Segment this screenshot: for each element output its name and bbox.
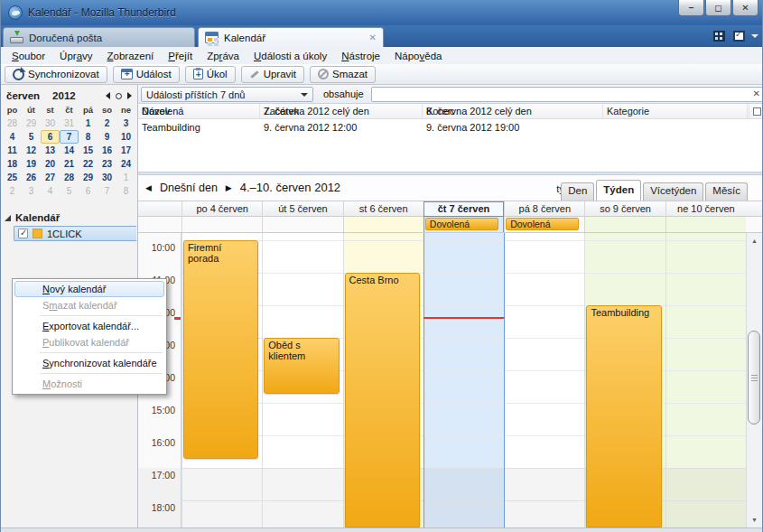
minical-day[interactable]: 3	[116, 117, 135, 130]
minical-day[interactable]: 16	[98, 144, 116, 157]
event-range-dropdown[interactable]: Události příštích 7 dnů	[141, 87, 313, 102]
tab-close-icon[interactable]: ✕	[369, 33, 377, 42]
minical-day[interactable]: 30	[98, 171, 116, 184]
allday-cell[interactable]	[665, 217, 746, 232]
minical-day[interactable]: 18	[3, 157, 22, 171]
close-button[interactable]: ✕	[732, 0, 758, 16]
kol-button[interactable]: Úkol	[185, 66, 236, 83]
event-firemn-porada[interactable]: Firemní porada	[183, 240, 258, 459]
minical-day[interactable]: 31	[60, 117, 79, 130]
day-column-t-7-erven[interactable]	[423, 233, 504, 527]
allday-cell[interactable]	[181, 217, 262, 232]
menu-p-ej-t[interactable]: Přejít	[161, 49, 200, 63]
minical-day-today[interactable]: 6	[41, 130, 60, 144]
menu-soubor[interactable]: Soubor	[5, 49, 52, 63]
minical-day[interactable]: 26	[22, 171, 41, 184]
minical-day[interactable]: 25	[3, 171, 22, 184]
day-column-t-5-erven[interactable]: Oběd s klientem	[262, 233, 342, 527]
allday-event-dovolen[interactable]: Dovolená	[506, 218, 579, 230]
calendar-checkbox[interactable]	[18, 229, 28, 238]
minical-day[interactable]: 3	[22, 184, 41, 198]
minical-day[interactable]: 24	[116, 157, 135, 171]
prev-month-icon[interactable]	[106, 92, 110, 99]
next-week-icon[interactable]: ▶	[226, 183, 232, 192]
menu-ud-losti-a-koly[interactable]: Události a úkoly	[247, 49, 334, 63]
ud-lost-button[interactable]: Událost	[113, 66, 180, 83]
view-tab-t-den[interactable]: Týden	[596, 180, 641, 201]
minical-day[interactable]: 12	[22, 144, 41, 157]
view-tab-m-s-c[interactable]: Měsíc	[705, 182, 748, 201]
next-month-icon[interactable]	[127, 92, 132, 99]
scrollbar-thumb[interactable]	[748, 331, 760, 425]
scroll-up-button[interactable]: ▲	[748, 234, 761, 247]
upravit-button[interactable]: Upravit	[241, 66, 304, 83]
day-column-po-4-erven[interactable]: Firemní porada	[181, 233, 262, 527]
tab-inbox[interactable]: Doručená pošta	[3, 27, 195, 47]
minical-day-selected[interactable]: 7	[60, 130, 79, 144]
day-column-ne-10-erven[interactable]	[665, 233, 746, 527]
minical-day[interactable]: 10	[116, 130, 135, 144]
day-column-p-8-erven[interactable]	[504, 233, 584, 527]
day-header-st-6-erven[interactable]: st 6 červen	[343, 201, 423, 217]
calendar-tree-header[interactable]: Kalendář	[5, 212, 60, 223]
minical-day[interactable]: 7	[98, 184, 116, 198]
minical-day[interactable]: 23	[98, 157, 116, 171]
view-tab-den[interactable]: Den	[561, 182, 594, 201]
minical-day[interactable]: 22	[79, 157, 98, 171]
day-header-t-7-erven[interactable]: čt 7 červen	[423, 201, 504, 217]
minical-day[interactable]: 8	[116, 184, 135, 198]
calendar-list-item[interactable]: 1CLICK	[14, 226, 136, 241]
minical-day[interactable]: 2	[98, 117, 116, 130]
day-header-so-9-erven[interactable]: so 9 červen	[584, 201, 665, 217]
day-header-p-8-erven[interactable]: pá 8 červen	[504, 201, 584, 217]
allday-cell[interactable]	[262, 217, 342, 232]
prev-week-icon[interactable]: ◀	[145, 183, 152, 192]
open-calendar-tab-button[interactable]	[712, 29, 727, 43]
context-menu-item-smazat-kalend[interactable]: Smazat kalendář	[14, 297, 164, 313]
minical-day[interactable]: 15	[79, 144, 98, 157]
minical-day[interactable]: 11	[3, 144, 22, 157]
filter-close-icon[interactable]: ✕	[753, 89, 760, 98]
context-menu-item-mo-nosti[interactable]: Možnosti	[14, 376, 164, 392]
open-tasks-tab-button[interactable]	[731, 29, 747, 43]
today-button[interactable]: Dnešní den	[160, 182, 218, 194]
minical-day[interactable]: 14	[60, 144, 79, 157]
minical-day[interactable]: 5	[22, 130, 41, 144]
scroll-down-button[interactable]: ▼	[748, 513, 761, 527]
vertical-scrollbar[interactable]: ▲ ▼	[746, 233, 761, 527]
minical-day[interactable]: 8	[79, 130, 98, 144]
event-cesta-brno[interactable]: Cesta Brno	[345, 273, 420, 527]
tab-calendar[interactable]: Kalendář ✕	[198, 27, 384, 47]
minical-day[interactable]: 5	[60, 184, 79, 198]
menu-pravy[interactable]: Úpravy	[52, 49, 99, 63]
day-column-st-6-erven[interactable]: Cesta Brno	[343, 233, 423, 527]
minical-day[interactable]: 1	[79, 117, 98, 130]
synchronizovat-button[interactable]: Synchronizovat	[5, 66, 107, 83]
allday-cell[interactable]	[584, 217, 665, 232]
menu-zobrazen[interactable]: Zobrazení	[100, 49, 162, 63]
minical-day[interactable]: 29	[22, 117, 41, 130]
minical-day[interactable]: 9	[98, 130, 116, 144]
minical-day[interactable]: 20	[41, 157, 60, 171]
minimize-button[interactable]: –	[678, 0, 704, 16]
context-menu-item-publikovat-kalend[interactable]: Publikovat kalendář	[14, 334, 164, 350]
event-list-row[interactable]: Teambuilding9. června 2012 12:009. červn…	[138, 120, 763, 136]
day-header-t-5-erven[interactable]: út 5 červen	[262, 201, 342, 217]
minical-day[interactable]: 6	[79, 184, 98, 198]
minical-day[interactable]: 29	[79, 171, 98, 184]
event-list-row[interactable]: Dovolená7. června 2012 celý den8. června…	[138, 104, 763, 120]
smazat-button[interactable]: Smazat	[310, 66, 376, 83]
chevron-down-icon[interactable]	[751, 34, 758, 38]
today-circle-icon[interactable]	[116, 93, 122, 99]
minical-day[interactable]: 30	[41, 117, 60, 130]
day-column-so-9-erven[interactable]: Teambuilding	[584, 233, 665, 527]
maximize-button[interactable]: ◻	[705, 0, 731, 16]
menu-n-pov-da[interactable]: Nápověda	[387, 49, 449, 63]
minical-day[interactable]: 4	[3, 130, 22, 144]
context-menu-item-synchronizovat-kalend-e[interactable]: Synchronizovat kalendáře	[14, 355, 164, 371]
minical-day[interactable]: 1	[116, 171, 135, 184]
minical-day[interactable]: 21	[60, 157, 79, 171]
minical-day[interactable]: 17	[116, 144, 135, 157]
search-input[interactable]	[374, 89, 763, 100]
event-ob-d-s-klientem[interactable]: Oběd s klientem	[264, 338, 339, 394]
